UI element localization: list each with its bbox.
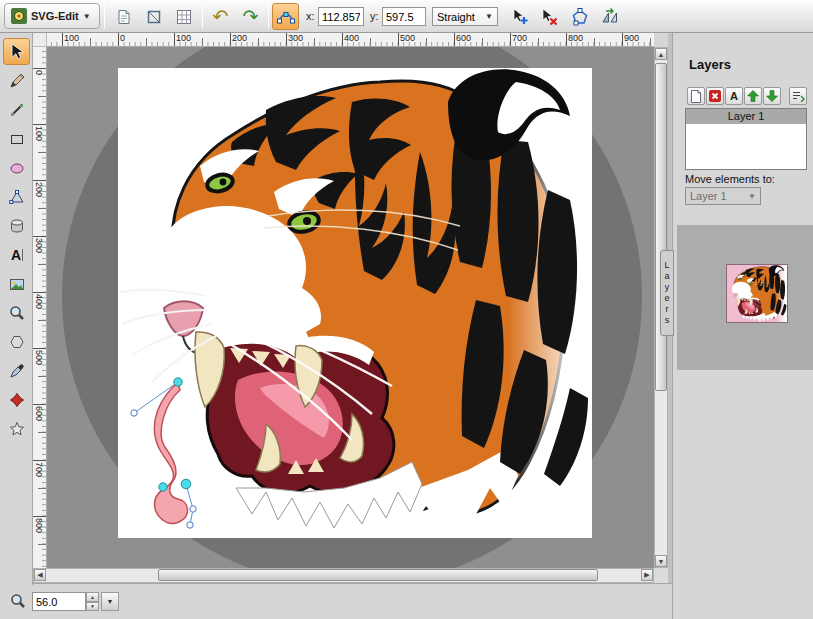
red-shape-icon <box>9 392 25 408</box>
scroll-up-button[interactable]: ▲ <box>655 48 667 60</box>
line-icon <box>9 102 25 118</box>
minimap-thumbnail[interactable] <box>727 265 787 322</box>
ruler-corner <box>33 33 47 47</box>
add-subpath-button[interactable] <box>596 3 623 30</box>
layers-tab-label: Layers <box>662 260 672 326</box>
star-tool-button[interactable] <box>3 415 30 442</box>
rect-tool-button[interactable] <box>3 125 30 152</box>
path-tool-button[interactable] <box>3 183 30 210</box>
arrow-up-icon: ▲ <box>658 51 665 58</box>
zoom-input[interactable] <box>32 592 86 611</box>
toolbar-separator <box>104 4 105 29</box>
ruler-label: 600 <box>34 406 44 421</box>
y-label: y: <box>370 10 379 22</box>
control-handle[interactable] <box>187 522 193 528</box>
image-icon <box>9 276 25 292</box>
wireframe-button[interactable] <box>140 3 167 30</box>
clone-node-button[interactable] <box>506 3 533 30</box>
path-node[interactable] <box>174 378 182 386</box>
move-layer-select[interactable]: Layer 1 ▼ <box>685 187 761 205</box>
ruler-label: 900 <box>624 33 639 43</box>
scroll-left-button[interactable]: ◀ <box>34 569 46 581</box>
grid-button[interactable] <box>170 3 197 30</box>
editing-path-shape[interactable] <box>154 382 187 523</box>
layer-list: Layer 1 <box>685 108 807 170</box>
new-layer-icon <box>690 90 702 103</box>
svg-edit-app: SVG-Edit ▼ ↶ ↷ <box>0 0 813 619</box>
new-layer-button[interactable] <box>687 87 705 105</box>
node-y-input[interactable] <box>382 7 426 26</box>
ruler-label: 400 <box>34 294 44 309</box>
segment-type-value: Straight <box>437 11 475 23</box>
top-toolbar: SVG-Edit ▼ ↶ ↷ <box>0 0 813 33</box>
node-x-input[interactable] <box>318 7 364 26</box>
layer-row[interactable]: Layer 1 <box>686 109 806 124</box>
segment-type-select[interactable]: Straight ▼ <box>432 7 498 26</box>
zoom-spin-down-button[interactable]: ▼ <box>86 602 99 612</box>
image-tool-button[interactable] <box>3 270 30 297</box>
ruler-label: 500 <box>34 350 44 365</box>
path-node[interactable] <box>159 483 167 491</box>
arrow-left-icon: ◀ <box>37 571 42 579</box>
ruler-label: 200 <box>232 33 247 43</box>
eyedropper-icon <box>9 363 25 379</box>
open-path-button[interactable] <box>566 3 593 30</box>
ruler-label: 300 <box>34 238 44 253</box>
arrow-down-icon: ▼ <box>658 558 665 565</box>
pencil-tool-button[interactable] <box>3 67 30 94</box>
scroll-right-button[interactable]: ▶ <box>641 569 653 581</box>
chevron-down-icon: ▼ <box>107 598 114 605</box>
delete-layer-button[interactable] <box>706 87 724 105</box>
add-subpath-icon <box>601 8 619 26</box>
magnifier-icon <box>9 305 25 321</box>
chevron-down-icon: ▼ <box>83 12 91 21</box>
canvas-workspace[interactable] <box>47 47 654 568</box>
rename-layer-button[interactable]: A <box>725 87 743 105</box>
open-path-icon <box>571 8 589 26</box>
arrow-up-green-icon <box>747 90 759 102</box>
lower-layer-button[interactable] <box>763 87 781 105</box>
layers-title: Layers <box>689 57 731 72</box>
delete-node-button[interactable] <box>535 3 562 30</box>
wireframe-icon <box>146 9 162 25</box>
line-tool-button[interactable] <box>3 96 30 123</box>
spinner-up-icon: ▲ <box>90 594 95 600</box>
horizontal-scroll-thumb[interactable] <box>158 569 598 581</box>
vertical-scroll-thumb[interactable] <box>655 63 667 391</box>
zoom-tool-button[interactable] <box>3 299 30 326</box>
layer-list-body: Layer 1 <box>686 109 806 124</box>
redo-button[interactable]: ↷ <box>237 3 264 30</box>
svg-canvas[interactable] <box>118 68 592 538</box>
zoom-spin-up-button[interactable]: ▲ <box>86 592 99 602</box>
layer-options-button[interactable] <box>789 87 807 105</box>
ruler-label: 500 <box>400 33 415 43</box>
arrow-down-green-icon <box>766 90 778 102</box>
horizontal-scrollbar[interactable]: ◀ ▶ <box>33 568 654 583</box>
raise-layer-button[interactable] <box>744 87 762 105</box>
path-node[interactable] <box>181 479 191 489</box>
node-edit-mode-button[interactable] <box>272 3 299 30</box>
shapelib-tool-button[interactable] <box>3 212 30 239</box>
ruler-label: 700 <box>34 462 44 477</box>
scroll-down-button[interactable]: ▼ <box>655 555 667 567</box>
tiger-drawing <box>118 68 592 538</box>
eyedropper-tool-button[interactable] <box>3 357 30 384</box>
layers-panel-tab[interactable]: Layers <box>660 250 674 336</box>
spinner-down-icon: ▼ <box>90 603 95 609</box>
ellipse-tool-button[interactable] <box>3 154 30 181</box>
text-tool-button[interactable]: A <box>3 241 30 268</box>
polygon-tool-button[interactable] <box>3 328 30 355</box>
ruler-label: 300 <box>288 33 303 43</box>
ruler-label: 100 <box>64 33 79 43</box>
zoom-preset-dropdown[interactable]: ▼ <box>101 592 119 611</box>
main-menu-button[interactable]: SVG-Edit ▼ <box>4 3 100 29</box>
star-icon <box>9 421 25 437</box>
overview-minimap[interactable] <box>677 225 813 370</box>
control-handle[interactable] <box>190 506 196 512</box>
select-tool-button[interactable] <box>3 38 30 65</box>
shapes-tool-button[interactable] <box>3 386 30 413</box>
undo-button[interactable]: ↶ <box>207 3 234 30</box>
edit-source-button[interactable] <box>110 3 137 30</box>
ruler-label: 0 <box>120 33 125 43</box>
control-handle[interactable] <box>131 410 137 416</box>
